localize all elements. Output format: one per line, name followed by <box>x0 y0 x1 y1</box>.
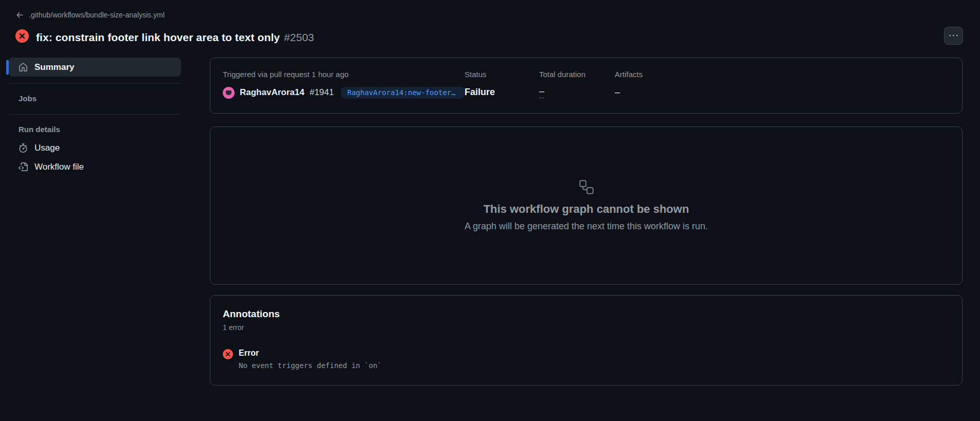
status-label: Status <box>465 70 539 79</box>
run-title-text: fix: constrain footer link hover area to… <box>36 31 280 43</box>
artifacts-column: Artifacts – <box>615 70 643 99</box>
workflow-graph-icon <box>579 179 594 195</box>
annotation-message: No event triggers defined in `on` <box>239 361 382 370</box>
duration-column: Total duration – <box>539 70 615 99</box>
sidebar-item-summary[interactable]: Summary <box>9 58 181 77</box>
graph-empty-subtitle: A graph will be generated the next time … <box>465 221 708 232</box>
sidebar-item-label: Summary <box>34 62 74 72</box>
triggered-via-text: Triggered via pull request 1 hour ago <box>223 70 465 79</box>
breadcrumb: .github/workflows/bundle-size-analysis.y… <box>15 9 963 21</box>
page-content: Summary Jobs Run details Usage Workflow … <box>0 58 980 386</box>
sidebar-divider <box>9 83 181 84</box>
status-value: Failure <box>465 85 539 99</box>
run-header: .github/workflows/bundle-size-analysis.y… <box>0 0 980 45</box>
annotations-title: Annotations <box>223 308 950 320</box>
failure-x-circle-icon <box>15 29 29 43</box>
duration-value: – <box>539 85 615 99</box>
author-name-link[interactable]: RaghavArora14 <box>240 87 305 98</box>
run-main: Triggered via pull request 1 hour ago Ra… <box>210 58 963 386</box>
title-row: fix: constrain footer link hover area to… <box>15 26 963 45</box>
sidebar-item-usage[interactable]: Usage <box>9 138 181 157</box>
page-title: fix: constrain footer link hover area to… <box>36 26 314 45</box>
file-code-icon <box>19 162 28 172</box>
error-x-circle-icon <box>223 349 233 370</box>
annotation-row: Error No event triggers defined in `on` <box>223 349 950 370</box>
graph-empty-title: This workflow graph cannot be shown <box>484 203 689 216</box>
stopwatch-icon <box>19 143 28 153</box>
artifacts-label: Artifacts <box>615 70 643 79</box>
sidebar-item-workflow-file[interactable]: Workflow file <box>9 157 181 176</box>
sidebar-item-label: Usage <box>34 143 60 153</box>
sidebar-divider <box>9 114 181 115</box>
author-row: RaghavArora14 #1941 RaghavArora14:new-fo… <box>223 86 465 99</box>
run-number: #2503 <box>284 31 314 43</box>
run-sidebar: Summary Jobs Run details Usage Workflow … <box>0 58 181 176</box>
annotations-count: 1 error <box>223 323 950 332</box>
duration-value-text: – <box>539 86 544 98</box>
sidebar-item-label: Workflow file <box>34 162 84 172</box>
annotation-body: Error No event triggers defined in `on` <box>239 349 382 370</box>
annotation-level: Error <box>239 349 382 358</box>
branch-ref-badge[interactable]: RaghavArora14:new-footer-ch… <box>341 87 465 99</box>
status-column: Status Failure <box>465 70 539 99</box>
back-arrow-icon[interactable] <box>15 11 24 20</box>
run-options-kebab-button[interactable] <box>944 27 963 45</box>
run-summary-card: Triggered via pull request 1 hour ago Ra… <box>210 58 963 114</box>
annotations-card: Annotations 1 error Error No event trigg… <box>210 295 963 386</box>
duration-label: Total duration <box>539 70 615 79</box>
workflow-graph-card: This workflow graph cannot be shown A gr… <box>210 126 963 285</box>
sidebar-section-jobs: Jobs <box>9 90 181 107</box>
sidebar-section-run-details: Run details <box>9 121 181 138</box>
avatar[interactable] <box>223 87 235 99</box>
workflow-file-path-link[interactable]: .github/workflows/bundle-size-analysis.y… <box>29 11 165 19</box>
kebab-horizontal-icon <box>949 31 958 40</box>
artifacts-value: – <box>615 85 643 99</box>
pull-request-number: #1941 <box>310 87 334 98</box>
home-icon <box>19 63 28 72</box>
trigger-block: Triggered via pull request 1 hour ago Ra… <box>223 70 465 99</box>
